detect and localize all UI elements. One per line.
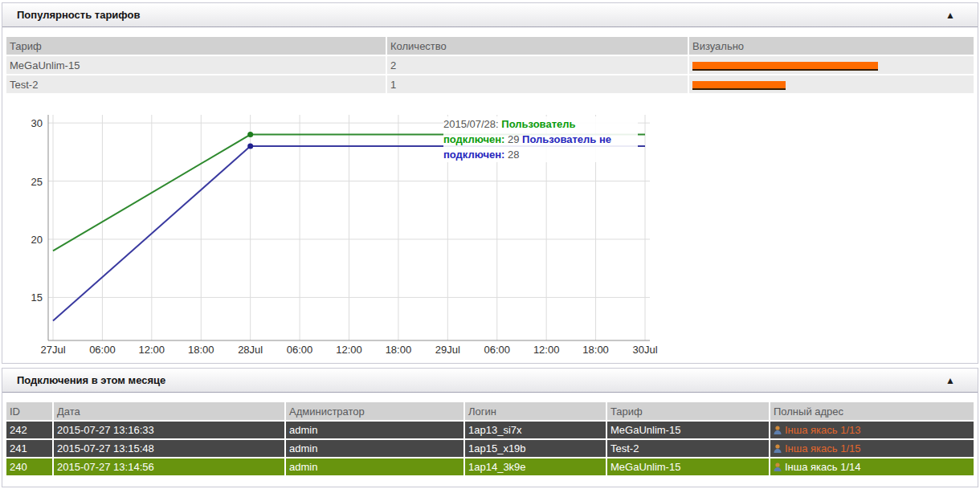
tariff-name: Test-2 [6,75,386,93]
address-link[interactable]: Інша якась 1/15 [785,442,861,454]
conn-login: 1ap14_3k9e [465,458,606,475]
address-link[interactable]: Інша якась 1/14 [785,461,861,473]
conn-id: 240 [6,458,52,475]
col-header-login: Логин [465,402,606,420]
panel-tariff-popularity: Популярность тарифов ▲ Тариф Количество … [2,2,978,364]
panel-header-connections[interactable]: Подключения в этом месяце ▲ [2,369,978,393]
conn-login: 1ap13_si7x [465,422,606,438]
col-header-visual: Визуально [689,37,974,55]
panel-title: Популярность тарифов [2,9,140,21]
col-header-tariff: Тариф [607,402,769,420]
svg-text:15: 15 [31,291,43,304]
collapse-up-icon[interactable]: ▲ [945,369,955,393]
tariff-bar [692,62,878,71]
svg-text:30Jul: 30Jul [632,344,657,356]
tariff-count: 2 [387,56,688,74]
conn-date: 2015-07-27 13:14:56 [54,458,284,475]
chart-hover-legend: 2015/07/28: Пользователь подключен: 29 П… [443,116,638,162]
svg-text:12:00: 12:00 [336,344,362,356]
conn-tariff: MeGaUnlim-15 [607,458,769,475]
svg-text:30: 30 [31,117,43,129]
tariff-count: 1 [387,75,688,93]
col-header-count: Количество [387,37,688,55]
conn-date: 2015-07-27 13:15:48 [54,440,284,457]
svg-text:06:00: 06:00 [484,344,510,356]
conn-id: 241 [6,440,52,457]
col-header-tariff: Тариф [6,37,386,55]
tariff-visual-cell [689,56,974,74]
svg-text:18:00: 18:00 [386,344,412,356]
col-header-address: Полный адрес [770,402,974,420]
legend-value-not-connected: 28 [508,149,519,161]
conn-address-cell: Інша якась 1/14 [770,458,974,475]
svg-text:06:00: 06:00 [89,344,116,356]
col-header-id: ID [6,402,52,420]
conn-date: 2015-07-27 13:16:33 [54,422,284,438]
table-row: Test-2 1 [6,75,974,93]
conn-admin: admin [286,458,463,475]
svg-text:27Jul: 27Jul [40,344,65,356]
tariff-bar [692,81,786,90]
conn-login: 1ap15_x19b [465,440,606,457]
conn-tariff: Test-2 [607,440,769,457]
svg-text:25: 25 [31,176,43,188]
user-icon [774,463,782,471]
legend-value-connected: 29 [508,133,519,145]
panel-connections-month: Подключения в этом месяце ▲ ID Дата Адми… [2,368,978,487]
user-icon [774,444,782,453]
tariff-name: MeGaUnlim-15 [6,56,386,74]
user-icon [774,426,782,434]
svg-text:12:00: 12:00 [533,344,560,356]
address-link[interactable]: Інша якась 1/13 [785,424,861,436]
svg-text:18:00: 18:00 [582,344,609,356]
svg-text:18:00: 18:00 [188,344,214,356]
connection-row: 240 2015-07-27 13:14:56 admin 1ap14_3k9e… [6,458,974,475]
tariff-visual-cell [689,75,974,93]
svg-text:20: 20 [31,234,43,246]
panel-header-tariff-popularity[interactable]: Популярность тарифов ▲ [2,3,978,27]
dashboard-page: Популярность тарифов ▲ Тариф Количество … [0,0,980,487]
conn-address-cell: Інша якась 1/15 [770,440,974,457]
connections-table: ID Дата Администратор Логин Тариф Полный… [5,401,975,477]
collapse-up-icon[interactable]: ▲ [945,3,955,27]
connection-row: 242 2015-07-27 13:16:33 admin 1ap13_si7x… [6,422,974,438]
svg-text:12:00: 12:00 [139,344,165,356]
svg-text:29Jul: 29Jul [435,344,460,356]
conn-id: 242 [6,422,52,438]
table-row: MeGaUnlim-15 2 [6,56,974,74]
svg-text:28Jul: 28Jul [238,344,263,356]
conn-tariff: MeGaUnlim-15 [607,422,769,438]
panel-title: Подключения в этом месяце [2,374,165,386]
legend-date: 2015/07/28: [443,118,499,130]
col-header-admin: Администратор [286,402,463,420]
connection-row: 241 2015-07-27 13:15:48 admin 1ap15_x19b… [6,440,974,457]
svg-text:06:00: 06:00 [287,344,313,356]
conn-address-cell: Інша якась 1/13 [770,422,974,438]
conn-admin: admin [286,440,463,457]
connections-line-chart[interactable]: 27Jul06:0012:0018:0028Jul06:0012:0018:00… [2,108,978,363]
panel-body-tariff: Тариф Количество Визуально MeGaUnlim-15 … [2,35,978,363]
col-header-date: Дата [54,402,284,420]
conn-admin: admin [286,422,463,438]
tariff-popularity-table: Тариф Количество Визуально MeGaUnlim-15 … [5,35,975,95]
